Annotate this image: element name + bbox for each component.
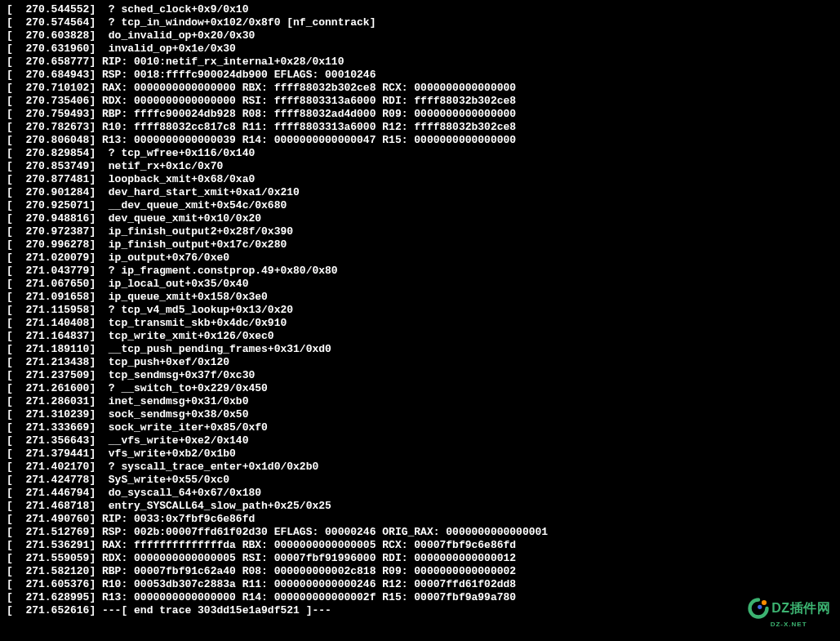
kernel-log-line: [ 271.559059] RDX: 0000000000000005 RSI:…	[7, 552, 833, 565]
svg-point-1	[758, 605, 762, 609]
kernel-log-line: [ 270.829854] ? tcp_wfree+0x116/0x140	[7, 147, 833, 160]
kernel-log-line: [ 271.582120] RBP: 00007fbf91c62a40 R08:…	[7, 565, 833, 578]
kernel-log-line: [ 271.189110] __tcp_push_pending_frames+…	[7, 343, 833, 356]
watermark: DZ插件网 DZ-X.NET	[747, 597, 830, 631]
kernel-log-line: [ 270.901284] dev_hard_start_xmit+0xa1/0…	[7, 186, 833, 199]
kernel-log-line: [ 270.631960] invalid_op+0x1e/0x30	[7, 42, 833, 56]
svg-point-0	[762, 600, 767, 605]
kernel-log-line: [ 270.574564] ? tcp_in_window+0x102/0x8f…	[7, 16, 833, 29]
kernel-log-line: [ 271.446794] do_syscall_64+0x67/0x180	[7, 487, 833, 500]
kernel-log-line: [ 271.356643] __vfs_write+0xe2/0x140	[7, 434, 833, 447]
kernel-log-line: [ 271.261600] ? __switch_to+0x229/0x450	[7, 382, 833, 395]
kernel-log-line: [ 271.286031] inet_sendmsg+0x31/0xb0	[7, 395, 833, 408]
kernel-log-line: [ 270.806048] R13: 0000000000000039 R14:…	[7, 134, 833, 147]
kernel-log-line: [ 270.544552] ? sched_clock+0x9/0x10	[7, 3, 833, 16]
kernel-log-line: [ 271.379441] vfs_write+0xb2/0x1b0	[7, 447, 833, 461]
kernel-log-line: [ 271.213438] tcp_push+0xef/0x120	[7, 356, 833, 369]
watermark-sub-text: DZ-X.NET	[771, 618, 807, 631]
kernel-log-line: [ 271.333669] sock_write_iter+0x85/0xf0	[7, 421, 833, 434]
kernel-log-line: [ 271.091658] ip_queue_xmit+0x158/0x3e0	[7, 291, 833, 304]
kernel-log-line: [ 271.164837] tcp_write_xmit+0x126/0xec0	[7, 330, 833, 343]
kernel-log-line: [ 270.759493] RBP: ffffc900024db928 R08:…	[7, 108, 833, 121]
kernel-log-line: [ 270.658777] RIP: 0010:netif_rx_interna…	[7, 56, 833, 69]
watermark-logo: DZ插件网	[747, 597, 830, 620]
kernel-log-line: [ 270.603828] do_invalid_op+0x20/0x30	[7, 29, 833, 42]
kernel-log-line: [ 271.140408] tcp_transmit_skb+0x4dc/0x9…	[7, 317, 833, 330]
kernel-log-line: [ 271.628995] R13: 0000000000000000 R14:…	[7, 591, 833, 604]
kernel-log-line: [ 271.652616] ---[ end trace 303dd15e1a9…	[7, 604, 833, 617]
kernel-log-line: [ 271.605376] R10: 00053db307c2883a R11:…	[7, 578, 833, 591]
kernel-log-line: [ 270.684943] RSP: 0018:ffffc900024db900…	[7, 69, 833, 82]
kernel-log-line: [ 271.020079] ip_output+0x76/0xe0	[7, 252, 833, 265]
kernel-log-line: [ 271.512769] RSP: 002b:00007ffd61f02d30…	[7, 526, 833, 539]
kernel-log-line: [ 271.043779] ? ip_fragment.constprop.49…	[7, 265, 833, 278]
kernel-log-line: [ 270.735406] RDX: 0000000000000000 RSI:…	[7, 95, 833, 108]
kernel-log-line: [ 271.115958] ? tcp_v4_md5_lookup+0x13/0…	[7, 304, 833, 317]
watermark-icon	[747, 597, 770, 620]
watermark-main-text: DZ插件网	[771, 602, 830, 615]
kernel-log-line: [ 271.402170] ? syscall_trace_enter+0x1d…	[7, 461, 833, 474]
kernel-log-line: [ 271.468718] entry_SYSCALL64_slow_path+…	[7, 500, 833, 513]
kernel-log-line: [ 270.996278] ip_finish_output+0x17c/0x2…	[7, 238, 833, 252]
kernel-log-line: [ 270.877481] loopback_xmit+0x68/0xa0	[7, 173, 833, 186]
kernel-log-line: [ 271.490760] RIP: 0033:0x7fbf9c6e86fd	[7, 513, 833, 526]
terminal-output: [ 270.544552] ? sched_clock+0x9/0x10[ 27…	[7, 3, 833, 617]
kernel-log-line: [ 270.925071] __dev_queue_xmit+0x54c/0x6…	[7, 199, 833, 212]
kernel-log-line: [ 270.948816] dev_queue_xmit+0x10/0x20	[7, 212, 833, 225]
kernel-log-line: [ 271.067650] ip_local_out+0x35/0x40	[7, 278, 833, 291]
kernel-log-line: [ 270.853749] netif_rx+0x1c/0x70	[7, 160, 833, 173]
kernel-log-line: [ 270.710102] RAX: 0000000000000000 RBX:…	[7, 82, 833, 95]
kernel-log-line: [ 271.310239] sock_sendmsg+0x38/0x50	[7, 408, 833, 421]
kernel-log-line: [ 271.536291] RAX: ffffffffffffffda RBX:…	[7, 539, 833, 552]
kernel-log-line: [ 271.424778] SyS_write+0x55/0xc0	[7, 474, 833, 487]
kernel-log-line: [ 270.972387] ip_finish_output2+0x28f/0x…	[7, 225, 833, 238]
kernel-log-line: [ 271.237509] tcp_sendmsg+0x37f/0xc30	[7, 369, 833, 382]
kernel-log-line: [ 270.782673] R10: ffff88032cc817c8 R11:…	[7, 121, 833, 134]
